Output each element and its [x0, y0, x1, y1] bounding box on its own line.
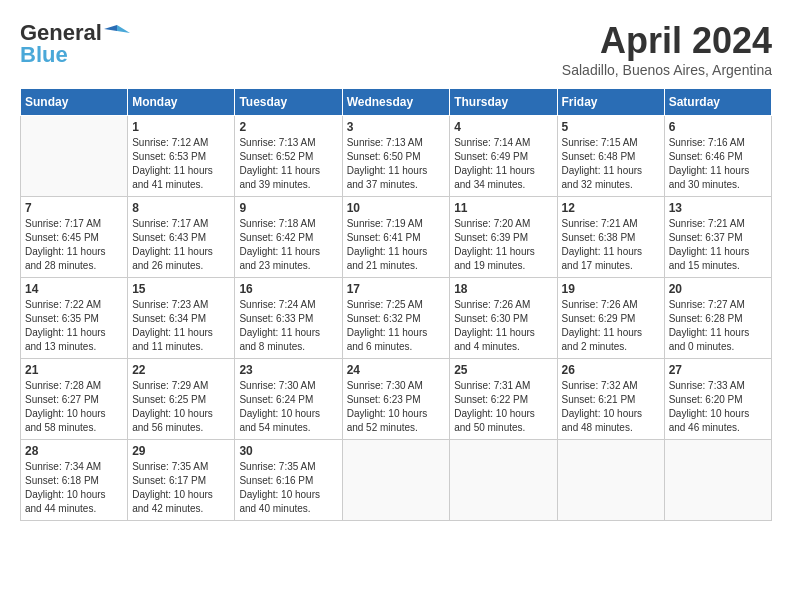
- day-number: 29: [132, 444, 230, 458]
- day-info: Sunrise: 7:15 AM Sunset: 6:48 PM Dayligh…: [562, 136, 660, 192]
- day-info: Sunrise: 7:22 AM Sunset: 6:35 PM Dayligh…: [25, 298, 123, 354]
- day-number: 17: [347, 282, 446, 296]
- calendar-cell: 11Sunrise: 7:20 AM Sunset: 6:39 PM Dayli…: [450, 197, 557, 278]
- svg-marker-0: [117, 25, 130, 33]
- calendar-cell: 28Sunrise: 7:34 AM Sunset: 6:18 PM Dayli…: [21, 440, 128, 521]
- calendar-cell: [21, 116, 128, 197]
- calendar-table: SundayMondayTuesdayWednesdayThursdayFrid…: [20, 88, 772, 521]
- day-number: 13: [669, 201, 767, 215]
- day-info: Sunrise: 7:13 AM Sunset: 6:52 PM Dayligh…: [239, 136, 337, 192]
- day-info: Sunrise: 7:27 AM Sunset: 6:28 PM Dayligh…: [669, 298, 767, 354]
- calendar-cell: 20Sunrise: 7:27 AM Sunset: 6:28 PM Dayli…: [664, 278, 771, 359]
- day-info: Sunrise: 7:32 AM Sunset: 6:21 PM Dayligh…: [562, 379, 660, 435]
- day-number: 10: [347, 201, 446, 215]
- calendar-header-row: SundayMondayTuesdayWednesdayThursdayFrid…: [21, 89, 772, 116]
- day-number: 21: [25, 363, 123, 377]
- day-info: Sunrise: 7:21 AM Sunset: 6:37 PM Dayligh…: [669, 217, 767, 273]
- calendar-week-2: 7Sunrise: 7:17 AM Sunset: 6:45 PM Daylig…: [21, 197, 772, 278]
- day-number: 24: [347, 363, 446, 377]
- calendar-cell: 24Sunrise: 7:30 AM Sunset: 6:23 PM Dayli…: [342, 359, 450, 440]
- day-info: Sunrise: 7:34 AM Sunset: 6:18 PM Dayligh…: [25, 460, 123, 516]
- day-number: 8: [132, 201, 230, 215]
- day-info: Sunrise: 7:23 AM Sunset: 6:34 PM Dayligh…: [132, 298, 230, 354]
- day-info: Sunrise: 7:25 AM Sunset: 6:32 PM Dayligh…: [347, 298, 446, 354]
- day-info: Sunrise: 7:17 AM Sunset: 6:43 PM Dayligh…: [132, 217, 230, 273]
- day-number: 20: [669, 282, 767, 296]
- day-number: 28: [25, 444, 123, 458]
- calendar-cell: 25Sunrise: 7:31 AM Sunset: 6:22 PM Dayli…: [450, 359, 557, 440]
- logo-bird-icon: [104, 23, 130, 43]
- day-number: 14: [25, 282, 123, 296]
- calendar-cell: 2Sunrise: 7:13 AM Sunset: 6:52 PM Daylig…: [235, 116, 342, 197]
- weekday-header-friday: Friday: [557, 89, 664, 116]
- day-info: Sunrise: 7:28 AM Sunset: 6:27 PM Dayligh…: [25, 379, 123, 435]
- day-info: Sunrise: 7:30 AM Sunset: 6:23 PM Dayligh…: [347, 379, 446, 435]
- calendar-cell: 29Sunrise: 7:35 AM Sunset: 6:17 PM Dayli…: [128, 440, 235, 521]
- calendar-cell: 17Sunrise: 7:25 AM Sunset: 6:32 PM Dayli…: [342, 278, 450, 359]
- day-number: 16: [239, 282, 337, 296]
- day-info: Sunrise: 7:30 AM Sunset: 6:24 PM Dayligh…: [239, 379, 337, 435]
- day-number: 6: [669, 120, 767, 134]
- day-number: 30: [239, 444, 337, 458]
- weekday-header-sunday: Sunday: [21, 89, 128, 116]
- day-number: 5: [562, 120, 660, 134]
- header: General Blue April 2024 Saladillo, Bueno…: [20, 20, 772, 78]
- calendar-cell: 13Sunrise: 7:21 AM Sunset: 6:37 PM Dayli…: [664, 197, 771, 278]
- calendar-cell: 7Sunrise: 7:17 AM Sunset: 6:45 PM Daylig…: [21, 197, 128, 278]
- calendar-week-1: 1Sunrise: 7:12 AM Sunset: 6:53 PM Daylig…: [21, 116, 772, 197]
- calendar-cell: 30Sunrise: 7:35 AM Sunset: 6:16 PM Dayli…: [235, 440, 342, 521]
- month-title: April 2024: [562, 20, 772, 62]
- calendar-cell: 9Sunrise: 7:18 AM Sunset: 6:42 PM Daylig…: [235, 197, 342, 278]
- weekday-header-monday: Monday: [128, 89, 235, 116]
- calendar-cell: 15Sunrise: 7:23 AM Sunset: 6:34 PM Dayli…: [128, 278, 235, 359]
- day-number: 26: [562, 363, 660, 377]
- calendar-cell: 10Sunrise: 7:19 AM Sunset: 6:41 PM Dayli…: [342, 197, 450, 278]
- day-number: 1: [132, 120, 230, 134]
- calendar-cell: 21Sunrise: 7:28 AM Sunset: 6:27 PM Dayli…: [21, 359, 128, 440]
- day-number: 7: [25, 201, 123, 215]
- day-info: Sunrise: 7:17 AM Sunset: 6:45 PM Dayligh…: [25, 217, 123, 273]
- day-info: Sunrise: 7:24 AM Sunset: 6:33 PM Dayligh…: [239, 298, 337, 354]
- day-number: 11: [454, 201, 552, 215]
- day-info: Sunrise: 7:13 AM Sunset: 6:50 PM Dayligh…: [347, 136, 446, 192]
- calendar-week-5: 28Sunrise: 7:34 AM Sunset: 6:18 PM Dayli…: [21, 440, 772, 521]
- day-info: Sunrise: 7:21 AM Sunset: 6:38 PM Dayligh…: [562, 217, 660, 273]
- day-number: 9: [239, 201, 337, 215]
- weekday-header-tuesday: Tuesday: [235, 89, 342, 116]
- day-number: 23: [239, 363, 337, 377]
- calendar-week-3: 14Sunrise: 7:22 AM Sunset: 6:35 PM Dayli…: [21, 278, 772, 359]
- calendar-cell: 16Sunrise: 7:24 AM Sunset: 6:33 PM Dayli…: [235, 278, 342, 359]
- day-info: Sunrise: 7:35 AM Sunset: 6:16 PM Dayligh…: [239, 460, 337, 516]
- weekday-header-saturday: Saturday: [664, 89, 771, 116]
- day-number: 18: [454, 282, 552, 296]
- calendar-cell: [557, 440, 664, 521]
- calendar-cell: 8Sunrise: 7:17 AM Sunset: 6:43 PM Daylig…: [128, 197, 235, 278]
- day-number: 27: [669, 363, 767, 377]
- calendar-cell: 19Sunrise: 7:26 AM Sunset: 6:29 PM Dayli…: [557, 278, 664, 359]
- day-info: Sunrise: 7:16 AM Sunset: 6:46 PM Dayligh…: [669, 136, 767, 192]
- weekday-header-thursday: Thursday: [450, 89, 557, 116]
- calendar-cell: 27Sunrise: 7:33 AM Sunset: 6:20 PM Dayli…: [664, 359, 771, 440]
- calendar-cell: 14Sunrise: 7:22 AM Sunset: 6:35 PM Dayli…: [21, 278, 128, 359]
- calendar-cell: 22Sunrise: 7:29 AM Sunset: 6:25 PM Dayli…: [128, 359, 235, 440]
- day-number: 19: [562, 282, 660, 296]
- logo-blue-text: Blue: [20, 42, 68, 68]
- day-info: Sunrise: 7:26 AM Sunset: 6:30 PM Dayligh…: [454, 298, 552, 354]
- calendar-cell: 3Sunrise: 7:13 AM Sunset: 6:50 PM Daylig…: [342, 116, 450, 197]
- calendar-cell: 23Sunrise: 7:30 AM Sunset: 6:24 PM Dayli…: [235, 359, 342, 440]
- calendar-cell: 5Sunrise: 7:15 AM Sunset: 6:48 PM Daylig…: [557, 116, 664, 197]
- day-info: Sunrise: 7:29 AM Sunset: 6:25 PM Dayligh…: [132, 379, 230, 435]
- day-info: Sunrise: 7:35 AM Sunset: 6:17 PM Dayligh…: [132, 460, 230, 516]
- logo: General Blue: [20, 20, 130, 68]
- day-info: Sunrise: 7:12 AM Sunset: 6:53 PM Dayligh…: [132, 136, 230, 192]
- day-info: Sunrise: 7:33 AM Sunset: 6:20 PM Dayligh…: [669, 379, 767, 435]
- calendar-cell: 12Sunrise: 7:21 AM Sunset: 6:38 PM Dayli…: [557, 197, 664, 278]
- calendar-cell: 4Sunrise: 7:14 AM Sunset: 6:49 PM Daylig…: [450, 116, 557, 197]
- calendar-cell: [450, 440, 557, 521]
- svg-marker-1: [104, 25, 117, 31]
- day-number: 4: [454, 120, 552, 134]
- day-info: Sunrise: 7:20 AM Sunset: 6:39 PM Dayligh…: [454, 217, 552, 273]
- calendar-cell: 18Sunrise: 7:26 AM Sunset: 6:30 PM Dayli…: [450, 278, 557, 359]
- location-subtitle: Saladillo, Buenos Aires, Argentina: [562, 62, 772, 78]
- calendar-cell: 1Sunrise: 7:12 AM Sunset: 6:53 PM Daylig…: [128, 116, 235, 197]
